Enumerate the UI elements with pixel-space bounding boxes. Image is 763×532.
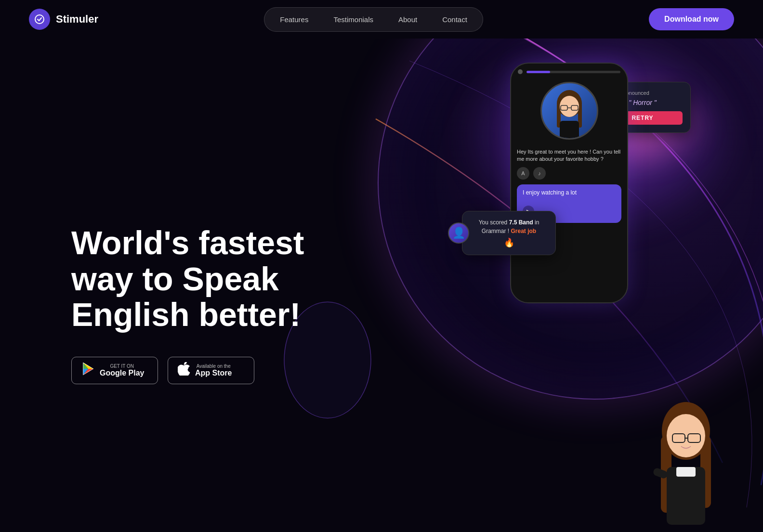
hero-title-line2: English better! bbox=[71, 296, 301, 333]
phone-progress-fill bbox=[526, 71, 550, 73]
app-store-text: Available on the App Store bbox=[195, 363, 232, 377]
svg-point-10 bbox=[560, 96, 579, 117]
score-pre-text: You scored bbox=[479, 219, 508, 226]
store-buttons: GET IT ON Google Play Available on the A… bbox=[71, 357, 360, 384]
ai-avatar-circle bbox=[540, 82, 598, 140]
phone-progress-bar bbox=[526, 71, 620, 73]
chat-action-icons: A ♪ bbox=[517, 167, 621, 180]
hero-content: World's fastest way to Speak English bet… bbox=[71, 225, 360, 384]
svg-point-0 bbox=[35, 15, 44, 24]
audio-icon[interactable]: ♪ bbox=[533, 167, 546, 180]
score-text: You scored 7.5 Band in Grammar ! Great j… bbox=[470, 218, 548, 235]
apple-icon bbox=[178, 362, 190, 379]
hero-title-line1: World's fastest way to Speak bbox=[71, 224, 304, 297]
nav-menu: Features Testimonials About Contact bbox=[264, 7, 483, 32]
google-play-text: GET IT ON Google Play bbox=[100, 363, 144, 377]
svg-rect-24 bbox=[676, 467, 696, 477]
score-avatar: 👤 bbox=[448, 222, 469, 244]
navbar: Stimuler Features Testimonials About Con… bbox=[0, 0, 763, 39]
chat-message: Hey Its great to meet you here ! Can you… bbox=[517, 148, 621, 163]
translate-icon[interactable]: A bbox=[517, 167, 529, 180]
google-play-button[interactable]: GET IT ON Google Play bbox=[71, 357, 158, 384]
score-band: 7.5 Band bbox=[509, 219, 533, 226]
logo-icon bbox=[29, 9, 50, 30]
phone-top-bar bbox=[511, 64, 627, 78]
hero-title: World's fastest way to Speak English bet… bbox=[71, 225, 360, 333]
nav-contact[interactable]: Contact bbox=[431, 12, 479, 27]
download-button[interactable]: Download now bbox=[649, 8, 734, 30]
score-emoji: 🔥 bbox=[470, 237, 548, 248]
phone-mockup: Hey Its great to meet you here ! Can you… bbox=[510, 63, 628, 303]
app-store-button[interactable]: Available on the App Store bbox=[168, 357, 254, 384]
score-praise: Great job bbox=[511, 228, 537, 234]
svg-rect-14 bbox=[560, 121, 579, 138]
score-subject: Grammar ! bbox=[482, 228, 509, 234]
score-mid-text: in bbox=[535, 219, 539, 226]
hero-section: World's fastest way to Speak English bet… bbox=[0, 39, 763, 532]
nav-testimonials[interactable]: Testimonials bbox=[322, 12, 385, 27]
nav-about[interactable]: About bbox=[387, 12, 429, 27]
nav-features[interactable]: Features bbox=[268, 12, 320, 27]
logo: Stimuler bbox=[29, 9, 98, 30]
ai-character bbox=[643, 397, 729, 532]
phone-close-dot bbox=[518, 69, 523, 74]
brand-name: Stimuler bbox=[56, 13, 98, 26]
google-play-icon bbox=[81, 362, 95, 379]
phone-area: You mispronounced " Horror " RETRY bbox=[510, 63, 628, 303]
chat-input-text: I enjoy watching a lot bbox=[523, 189, 616, 196]
score-card: 👤 You scored 7.5 Band in Grammar ! Great… bbox=[462, 211, 556, 255]
